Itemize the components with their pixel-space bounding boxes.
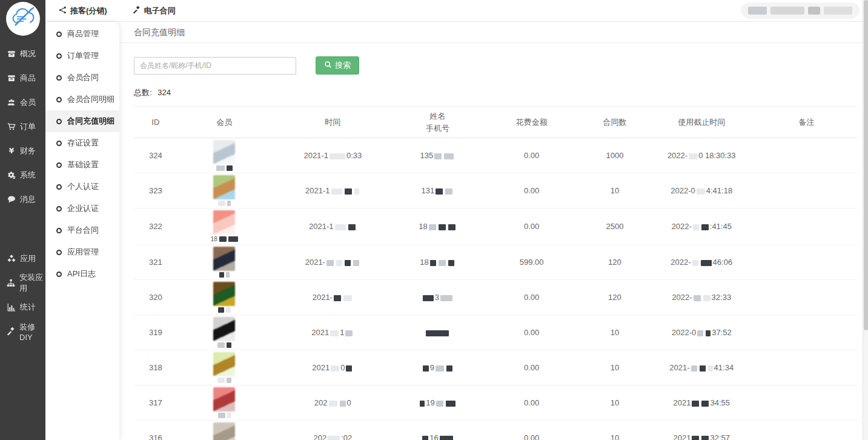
cell-text: 2022-0 <box>671 186 695 195</box>
submenu-item-member-contract-detail[interactable]: 会员合同明细 <box>45 88 119 110</box>
member-avatar[interactable] <box>213 247 235 271</box>
submenu-item-member-contract[interactable]: 会员合同 <box>45 67 119 88</box>
table-row: 316202:02160.0010202132:57 <box>134 421 857 440</box>
redacted-block <box>227 378 231 383</box>
member-avatar[interactable] <box>213 175 235 199</box>
member-avatar[interactable] <box>213 140 235 164</box>
member-avatar[interactable] <box>213 387 235 412</box>
cell-expire-time: 2021-41:34 <box>648 363 756 372</box>
cell-text: 2022- <box>668 151 687 160</box>
submenu-item-basic-settings[interactable]: 基础设置 <box>45 154 119 176</box>
cell-text: 9 <box>430 363 434 372</box>
member-avatar[interactable] <box>213 422 235 440</box>
sidebar-item-stats[interactable]: 统计 <box>0 295 45 319</box>
sidebar-nav: 概况商品会员订单¥财务系统消息应用安装应用统计装修DIY <box>0 42 45 344</box>
tab-e-contract[interactable]: 电子合同 <box>133 5 176 16</box>
submenu-item-contract-recharge-detail[interactable]: 合同充值明细 <box>45 110 119 132</box>
cell-id: 319 <box>134 328 177 337</box>
redacted-block <box>445 188 452 195</box>
submenu-item-api-log[interactable]: API日志 <box>45 263 119 285</box>
sidebar-item-overview[interactable]: 概况 <box>0 42 45 66</box>
redacted-block <box>434 153 442 159</box>
sidebar-item-decorate-diy[interactable]: 装修DIY <box>0 319 45 344</box>
app-logo[interactable] <box>6 2 40 36</box>
scrollbar-thumb[interactable] <box>864 0 868 330</box>
sidebar-item-install-apps[interactable]: 安装应用 <box>0 271 45 295</box>
cell-text: 34:55 <box>710 398 730 407</box>
cell-text: 0 18:30:33 <box>698 151 735 160</box>
sidebar-item-label: 系统 <box>20 170 36 181</box>
submenu-item-enterprise-auth[interactable]: 企业认证 <box>45 198 119 219</box>
member-nickname-redacted <box>218 201 231 206</box>
search-input[interactable] <box>134 57 296 75</box>
submenu-item-goods-manage[interactable]: 商品管理 <box>45 23 119 45</box>
submenu-item-label: 合同充值明细 <box>67 116 114 127</box>
submenu-item-evidence-settings[interactable]: 存证设置 <box>45 132 119 154</box>
search-button[interactable]: 搜索 <box>316 56 359 75</box>
redacted-block <box>691 365 697 372</box>
cell-contract-count: 10 <box>582 328 647 337</box>
submenu-item-personal-auth[interactable]: 个人认证 <box>45 176 119 198</box>
redacted-block <box>697 188 705 195</box>
cell-text: 0:33 <box>346 151 362 160</box>
cell-contract-count: 2500 <box>582 222 647 231</box>
sidebar-item-label: 应用 <box>20 253 36 264</box>
redacted-block <box>824 7 852 15</box>
column-header: 会员 <box>177 116 271 128</box>
redacted-block <box>420 401 425 407</box>
redacted-block <box>217 378 225 383</box>
cell-id: 322 <box>134 222 177 231</box>
sidebar-item-messages[interactable]: 消息 <box>0 187 45 212</box>
member-avatar[interactable] <box>213 282 235 306</box>
circle-o-icon <box>56 250 62 255</box>
redacted-block <box>216 165 225 171</box>
submenu-item-order-manage[interactable]: 订单管理 <box>45 45 119 67</box>
overview-icon <box>7 50 16 59</box>
member-avatar[interactable] <box>213 210 235 235</box>
submenu-list: 商品管理订单管理会员合同会员合同明细合同充值明细存证设置基础设置个人认证企业认证… <box>45 23 119 285</box>
vertical-scrollbar[interactable] <box>863 0 868 440</box>
redacted-block <box>692 436 699 440</box>
submenu-item-app-manage[interactable]: 应用管理 <box>45 241 119 263</box>
submenu-item-platform-contract[interactable]: 平台合同 <box>45 219 119 241</box>
cell-contract-count: 10 <box>582 363 647 372</box>
redacted-block <box>345 330 353 336</box>
cell-spend-amount: 0.00 <box>481 398 582 407</box>
sidebar-item-system[interactable]: 系统 <box>0 163 45 187</box>
search-icon <box>324 61 332 70</box>
sidebar-item-orders[interactable]: 订单 <box>0 115 45 139</box>
circle-o-icon <box>56 228 62 233</box>
sidebar-item-goods[interactable]: 商品 <box>0 66 45 90</box>
cell-text: 0 <box>340 363 345 372</box>
redacted-block <box>334 295 341 301</box>
redacted-block <box>692 401 699 407</box>
sidebar-item-finance[interactable]: ¥财务 <box>0 139 45 163</box>
member-avatar[interactable] <box>213 317 235 341</box>
sidebar-group: 概况商品会员订单¥财务系统消息 <box>0 42 45 212</box>
redacted-block <box>218 413 225 418</box>
cell-name-phone: 131 <box>394 186 481 195</box>
redacted-block <box>346 365 352 372</box>
redacted-block <box>700 365 706 372</box>
redacted-block <box>336 260 342 266</box>
tab-promoter[interactable]: 推客(分销) <box>59 5 107 16</box>
cell-name-phone: 3 <box>394 293 481 302</box>
cell-time: 2021- <box>271 258 394 267</box>
cell-time: 202:02 <box>271 433 394 440</box>
user-info-redacted[interactable] <box>741 2 860 19</box>
redacted-block <box>439 224 446 230</box>
cell-member <box>177 385 271 420</box>
table-row: 3172020190.0010202134:55 <box>134 385 857 421</box>
sidebar-group: 应用安装应用统计装修DIY <box>0 247 45 344</box>
redacted-block <box>692 260 698 266</box>
sidebar-item-apps[interactable]: 应用 <box>0 247 45 271</box>
cell-id: 317 <box>134 398 177 407</box>
member-avatar[interactable] <box>213 352 235 376</box>
cell-contract-count: 10 <box>582 398 647 407</box>
redacted-block <box>436 188 443 195</box>
table-row: 3202021-30.001202022-32:33 <box>134 280 857 315</box>
message-icon <box>7 195 16 204</box>
total-value: 324 <box>157 88 171 97</box>
sidebar-item-members[interactable]: 会员 <box>0 90 45 115</box>
cell-time: 2021-1 <box>271 186 394 195</box>
